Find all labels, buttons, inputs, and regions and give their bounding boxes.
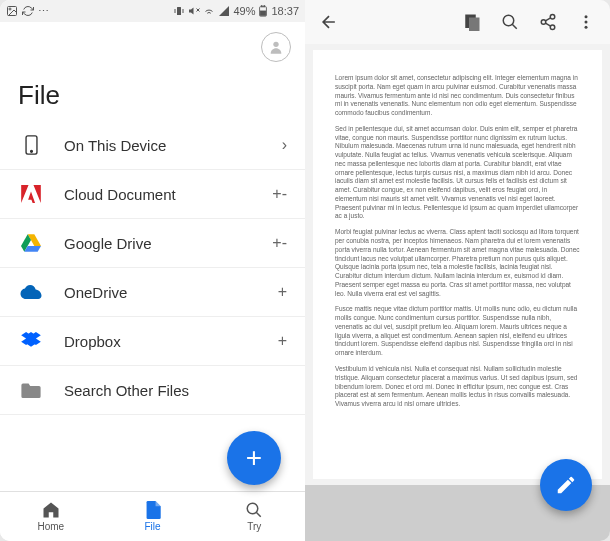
plus-minus-icon: +- — [272, 185, 287, 203]
location-on-this-device[interactable]: On This Device › — [0, 121, 305, 170]
back-button[interactable] — [315, 8, 343, 36]
nav-label: Try — [247, 521, 261, 532]
document-viewer-screen: Lorem ipsum dolor sit amet, consectetur … — [305, 0, 610, 541]
search-icon — [245, 501, 263, 519]
svg-point-1 — [9, 8, 11, 10]
nav-file[interactable]: File — [102, 492, 204, 541]
svg-point-17 — [550, 15, 555, 20]
location-google-drive[interactable]: Google Drive +- — [0, 219, 305, 268]
clock: 18:37 — [271, 5, 299, 17]
item-label: On This Device — [64, 137, 282, 154]
home-icon — [42, 501, 60, 519]
refresh-icon — [22, 5, 34, 17]
folder-icon — [18, 380, 44, 400]
dropbox-icon — [18, 331, 44, 351]
svg-rect-14 — [469, 18, 480, 32]
doc-paragraph: Morbi feugiat pulvinar lectus ac viverra… — [335, 228, 580, 298]
item-label: Cloud Document — [64, 186, 272, 203]
account-avatar[interactable] — [261, 32, 291, 62]
menu-button[interactable] — [572, 8, 600, 36]
search-button[interactable] — [496, 8, 524, 36]
chevron-right-icon: › — [282, 136, 287, 154]
onedrive-icon — [18, 282, 44, 302]
edit-fab[interactable] — [540, 459, 592, 511]
plus-icon: + — [278, 283, 287, 301]
battery-icon — [258, 5, 268, 17]
document-page[interactable]: Lorem ipsum dolor sit amet, consectetur … — [313, 50, 602, 479]
location-cloud-document[interactable]: Cloud Document +- — [0, 170, 305, 219]
plus-minus-icon: +- — [272, 234, 287, 252]
add-fab[interactable]: + — [227, 431, 281, 485]
svg-line-20 — [545, 18, 550, 21]
nav-label: Home — [37, 521, 64, 532]
vibrate-icon — [173, 5, 185, 17]
svg-line-12 — [256, 512, 261, 517]
item-label: Dropbox — [64, 333, 278, 350]
nav-home[interactable]: Home — [0, 492, 102, 541]
share-button[interactable] — [534, 8, 562, 36]
person-icon — [268, 39, 284, 55]
file-icon — [145, 501, 161, 519]
svg-point-18 — [541, 20, 546, 25]
plus-icon: + — [246, 442, 262, 474]
nav-try[interactable]: Try — [203, 492, 305, 541]
nav-label: File — [144, 521, 160, 532]
svg-point-11 — [247, 503, 258, 514]
item-label: Search Other Files — [64, 382, 287, 399]
phone-icon — [18, 135, 44, 155]
doc-paragraph: Vestibulum id vehicula nisi. Nulla et co… — [335, 365, 580, 409]
pencil-icon — [555, 474, 577, 496]
file-browser-screen: ⋯ 49% 18:37 File On This Device › — [0, 0, 305, 541]
doc-paragraph: Sed in pellentesque dui, sit amet accums… — [335, 125, 580, 221]
google-drive-icon — [18, 233, 44, 253]
doc-paragraph: Lorem ipsum dolor sit amet, consectetur … — [335, 74, 580, 118]
svg-point-24 — [585, 26, 588, 29]
svg-rect-2 — [177, 7, 181, 15]
adobe-icon — [18, 184, 44, 204]
svg-point-15 — [503, 15, 514, 26]
svg-rect-7 — [261, 11, 266, 15]
doc-paragraph: Fusce mattis neque vitae dictum porttito… — [335, 305, 580, 358]
share-icon — [539, 13, 557, 31]
location-onedrive[interactable]: OneDrive + — [0, 268, 305, 317]
wifi-icon — [203, 5, 215, 17]
more-vert-icon — [577, 13, 595, 31]
bottom-nav: Home File Try — [0, 491, 305, 541]
location-search-other[interactable]: Search Other Files — [0, 366, 305, 415]
location-dropbox[interactable]: Dropbox + — [0, 317, 305, 366]
page-icon — [463, 13, 481, 31]
svg-point-22 — [585, 15, 588, 18]
svg-rect-6 — [262, 5, 265, 7]
item-label: Google Drive — [64, 235, 272, 252]
signal-icon — [218, 5, 230, 17]
battery-percent: 49% — [233, 5, 255, 17]
svg-line-21 — [545, 23, 550, 26]
back-arrow-icon — [319, 12, 339, 32]
svg-point-10 — [30, 150, 32, 152]
svg-point-8 — [273, 42, 278, 47]
status-bar: ⋯ 49% 18:37 — [0, 0, 305, 22]
image-icon — [6, 5, 18, 17]
svg-point-23 — [585, 21, 588, 24]
item-label: OneDrive — [64, 284, 278, 301]
svg-point-19 — [550, 25, 555, 30]
plus-icon: + — [278, 332, 287, 350]
mute-icon — [188, 5, 200, 17]
viewer-toolbar — [305, 0, 610, 44]
page-title: File — [0, 66, 305, 121]
page-view-button[interactable] — [458, 8, 486, 36]
viewer-footer — [305, 485, 610, 541]
svg-line-16 — [512, 24, 517, 29]
search-icon — [501, 13, 519, 31]
